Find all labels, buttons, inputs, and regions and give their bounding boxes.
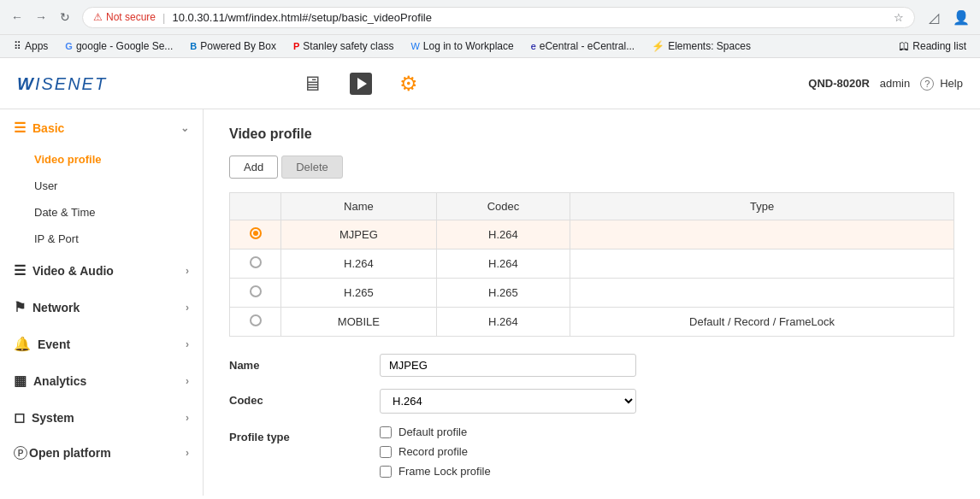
row3-radio[interactable] <box>250 285 262 297</box>
row2-radio[interactable] <box>250 256 262 268</box>
sidebar-item-video-profile[interactable]: Video profile <box>0 146 203 173</box>
sidebar-group-network-left: ⚑ Network <box>14 299 80 315</box>
sidebar-group-basic-label: Basic <box>32 121 64 135</box>
system-icon: ◻ <box>14 409 25 426</box>
sidebar-item-ip-port[interactable]: IP & Port <box>0 226 203 252</box>
form-row-profile-type: Profile type Default profile Record prof… <box>229 426 954 478</box>
delete-button[interactable]: Delete <box>281 156 343 179</box>
frame-lock-profile-checkbox[interactable] <box>380 466 392 478</box>
profile-table: Name Codec Type MJPEG H.264 <box>229 192 954 337</box>
url-text: 10.0.30.11/wmf/index.html#/setup/basic_v… <box>172 11 887 24</box>
row4-radio[interactable] <box>250 314 262 326</box>
row2-name: H.264 <box>281 250 437 279</box>
sidebar-group-video-audio-header[interactable]: ☰ Video & Audio › <box>0 252 203 289</box>
default-profile-label: Default profile <box>398 426 467 438</box>
sidebar-item-date-time[interactable]: Date & Time <box>0 199 203 226</box>
table-col-type: Type <box>570 193 954 220</box>
forward-button[interactable]: → <box>31 7 51 27</box>
sidebar-group-network-header[interactable]: ⚑ Network › <box>0 289 203 326</box>
codec-select[interactable]: H.264 H.265 MJPEG <box>380 389 636 414</box>
checkbox-item-default: Default profile <box>380 426 636 438</box>
google-icon: G <box>65 41 73 51</box>
row1-radio[interactable] <box>250 227 262 239</box>
bookmark-stanley[interactable]: P Stanley safety class <box>286 38 400 54</box>
sidebar-group-system-label: System <box>32 411 74 425</box>
row2-radio-cell[interactable] <box>230 250 281 279</box>
address-bar[interactable]: ⚠ Not secure | 10.0.30.11/wmf/index.html… <box>82 7 915 28</box>
monitor-icon[interactable]: 🖥 <box>302 72 322 96</box>
name-input[interactable] <box>380 354 636 377</box>
bookmark-elements[interactable]: ⚡ Elements: Spaces <box>645 38 758 54</box>
content-area: Video profile Add Delete Name Codec Type <box>204 109 980 496</box>
bookmark-workplace[interactable]: W Log in to Workplace <box>404 38 520 54</box>
row1-radio-cell[interactable] <box>230 220 281 250</box>
play-icon[interactable] <box>348 71 374 97</box>
row4-codec: H.264 <box>436 308 570 337</box>
checkbox-group: Default profile Record profile Frame Loc… <box>380 426 636 478</box>
profile-button[interactable]: 👤 <box>949 5 973 29</box>
sidebar-group-video-audio-label: Video & Audio <box>32 264 114 278</box>
default-profile-checkbox[interactable] <box>380 426 392 438</box>
add-button[interactable]: Add <box>229 156 278 179</box>
help-button[interactable]: ? Help <box>920 77 963 91</box>
settings-icon[interactable]: ⚙ <box>399 72 418 96</box>
warning-icon: ⚠ <box>93 11 103 23</box>
sidebar-group-basic-header[interactable]: ☰ Basic ⌄ <box>0 109 203 146</box>
extensions-button[interactable]: ◿ <box>922 5 946 29</box>
device-name: QND-8020R <box>808 77 870 90</box>
page-title: Video profile <box>229 126 954 142</box>
sidebar-group-open-platform-header[interactable]: P Open platform › <box>0 436 203 470</box>
record-profile-checkbox[interactable] <box>380 446 392 458</box>
reading-list-label: Reading list <box>912 40 966 52</box>
row1-type <box>570 220 954 250</box>
nav-buttons: ← → ↻ <box>7 7 75 27</box>
bookmark-ecentral-label: eCentral - eCentral... <box>540 40 635 52</box>
sidebar-group-system-header[interactable]: ◻ System › <box>0 399 203 436</box>
sidebar-basic-subitems: Video profile User Date & Time IP & Port <box>0 146 203 252</box>
record-profile-label: Record profile <box>398 445 468 458</box>
form-profile-type-label: Profile type <box>229 426 366 443</box>
sidebar-group-system: ◻ System › <box>0 399 203 436</box>
row3-type <box>570 279 954 308</box>
security-indicator: ⚠ Not secure <box>93 11 156 23</box>
sidebar-group-video-audio-left: ☰ Video & Audio <box>14 262 114 279</box>
header-nav-icons: 🖥 ⚙ <box>302 71 418 97</box>
sidebar-item-user[interactable]: User <box>0 173 203 199</box>
row4-type: Default / Record / FrameLock <box>570 308 954 337</box>
bookmarks-bar: ⠿ Apps G google - Google Se... B Powered… <box>0 34 980 57</box>
help-icon: ? <box>920 77 934 91</box>
row4-radio-cell[interactable] <box>230 308 281 337</box>
browser-chrome: ← → ↻ ⚠ Not secure | 10.0.30.11/wmf/inde… <box>0 0 980 58</box>
row1-codec: H.264 <box>436 220 570 250</box>
table-row[interactable]: H.265 H.265 <box>230 279 954 308</box>
reading-list-icon: 🕮 <box>899 40 909 52</box>
event-icon: 🔔 <box>14 336 31 352</box>
refresh-button[interactable]: ↻ <box>55 7 75 27</box>
action-buttons: Add Delete <box>229 156 954 179</box>
sidebar-group-event: 🔔 Event › <box>0 326 203 362</box>
star-icon[interactable]: ☆ <box>894 11 904 24</box>
table-row[interactable]: MOBILE H.264 Default / Record / FrameLoc… <box>230 308 954 337</box>
row3-radio-cell[interactable] <box>230 279 281 308</box>
bookmark-google[interactable]: G google - Google Se... <box>58 38 180 54</box>
frame-lock-profile-label: Frame Lock profile <box>398 465 491 478</box>
analytics-icon: ▦ <box>14 373 27 389</box>
sidebar-group-event-label: Event <box>38 338 70 351</box>
reading-list-button[interactable]: 🕮 Reading list <box>892 38 973 54</box>
row2-codec: H.264 <box>436 250 570 279</box>
sidebar-group-event-header[interactable]: 🔔 Event › <box>0 326 203 362</box>
bookmark-powered-box[interactable]: B Powered By Box <box>183 38 283 54</box>
sidebar-group-analytics-header[interactable]: ▦ Analytics › <box>0 362 203 399</box>
back-button[interactable]: ← <box>7 7 27 27</box>
bookmark-ecentral[interactable]: e eCentral - eCentral... <box>524 38 642 54</box>
analytics-chevron-icon: › <box>186 375 189 387</box>
table-col-codec: Codec <box>436 193 570 220</box>
bookmark-stanley-label: Stanley safety class <box>303 40 393 52</box>
checkbox-item-frame-lock: Frame Lock profile <box>380 465 636 478</box>
bookmark-apps[interactable]: ⠿ Apps <box>7 38 55 54</box>
table-col-name: Name <box>281 193 437 220</box>
table-body: MJPEG H.264 H.264 H.264 <box>230 220 954 337</box>
table-row[interactable]: H.264 H.264 <box>230 250 954 279</box>
table-header: Name Codec Type <box>230 193 954 220</box>
table-row[interactable]: MJPEG H.264 <box>230 220 954 250</box>
